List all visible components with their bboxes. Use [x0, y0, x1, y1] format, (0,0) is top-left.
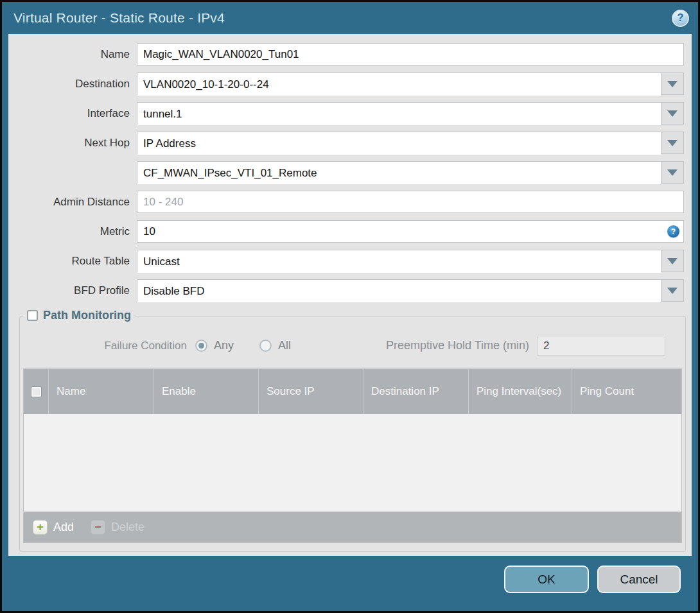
chevron-down-icon	[667, 140, 678, 146]
ok-button[interactable]: OK	[504, 566, 589, 593]
plus-icon: +	[33, 520, 48, 535]
next-hop-label: Next Hop	[8, 137, 137, 150]
path-monitoring-legend: Path Monitoring	[23, 309, 135, 322]
delete-button[interactable]: − Delete	[91, 520, 144, 535]
dialog-content: Name Destination Interface	[8, 34, 692, 556]
add-button-label: Add	[53, 521, 74, 534]
chevron-down-icon	[667, 110, 678, 117]
bfd-profile-dropdown-button[interactable]	[661, 280, 683, 301]
next-hop-row: Next Hop	[8, 132, 684, 154]
path-monitoring-section: Path Monitoring Failure Condition Any Al…	[19, 316, 686, 552]
path-monitoring-checkbox[interactable]	[27, 310, 38, 321]
dialog-titlebar: Virtual Router - Static Route - IPv4 ?	[2, 2, 698, 34]
route-table-combobox	[137, 250, 684, 272]
column-header-name: Name	[48, 369, 153, 414]
preemptive-hold-time-label: Preemptive Hold Time (min)	[386, 339, 537, 352]
table-header-row: Name Enable Source IP Destination IP Pin…	[24, 369, 681, 414]
minus-icon: −	[91, 520, 105, 535]
bfd-profile-row: BFD Profile	[8, 279, 684, 302]
chevron-down-icon	[667, 81, 678, 87]
bfd-profile-combobox	[137, 279, 684, 302]
interface-combobox	[137, 102, 684, 125]
bfd-profile-label: BFD Profile	[8, 284, 137, 297]
route-table-label: Route Table	[8, 255, 137, 268]
column-header-destination-ip: Destination IP	[363, 369, 468, 414]
interface-dropdown-button[interactable]	[661, 103, 683, 124]
failure-condition-any-option[interactable]: Any	[195, 339, 234, 352]
table-toolbar: + Add − Delete	[24, 512, 681, 542]
radio-any-label: Any	[214, 339, 234, 352]
next-hop-address-combobox	[137, 161, 684, 184]
next-hop-address-input[interactable]	[137, 162, 661, 184]
failure-condition-all-option[interactable]: All	[259, 339, 291, 352]
interface-row: Interface	[8, 102, 684, 125]
route-table-dropdown-button[interactable]	[661, 250, 683, 272]
admin-distance-row: Admin Distance	[8, 191, 684, 213]
chevron-down-icon	[667, 169, 678, 176]
admin-distance-label: Admin Distance	[8, 196, 137, 209]
radio-all-label: All	[278, 339, 291, 352]
next-hop-address-dropdown-button[interactable]	[661, 162, 683, 183]
name-input[interactable]	[137, 43, 684, 65]
next-hop-address-row	[8, 161, 684, 184]
column-header-source-ip: Source IP	[258, 369, 363, 414]
select-all-cell	[24, 369, 48, 414]
destination-row: Destination	[8, 73, 684, 95]
help-icon[interactable]: ?	[672, 10, 689, 27]
metric-label: Metric	[8, 225, 137, 238]
interface-label: Interface	[8, 107, 137, 120]
cancel-button[interactable]: Cancel	[597, 566, 681, 593]
destination-combobox	[137, 73, 684, 95]
destination-dropdown-button[interactable]	[661, 73, 683, 94]
delete-button-label: Delete	[111, 521, 144, 534]
dialog-footer: OK Cancel	[2, 556, 698, 611]
bfd-profile-input[interactable]	[137, 280, 661, 302]
metric-input[interactable]	[137, 220, 684, 243]
path-monitoring-table: Name Enable Source IP Destination IP Pin…	[23, 368, 682, 543]
add-button[interactable]: + Add	[33, 520, 74, 535]
name-label: Name	[8, 48, 137, 61]
route-table-row: Route Table	[8, 250, 684, 272]
table-body-empty	[24, 414, 681, 512]
column-header-enable: Enable	[153, 369, 258, 414]
select-all-checkbox[interactable]	[31, 386, 42, 397]
radio-all-icon	[259, 340, 272, 352]
failure-condition-row: Failure Condition Any All Preemptive Hol…	[23, 336, 682, 356]
column-header-ping-count: Ping Count	[572, 369, 681, 414]
path-monitoring-title: Path Monitoring	[43, 309, 131, 322]
admin-distance-input[interactable]	[137, 191, 684, 213]
chevron-down-icon	[667, 258, 678, 264]
failure-condition-label: Failure Condition	[23, 340, 195, 352]
dialog-title: Virtual Router - Static Route - IPv4	[13, 10, 225, 26]
next-hop-combobox	[137, 132, 684, 154]
static-route-dialog: Virtual Router - Static Route - IPv4 ? N…	[0, 0, 700, 613]
next-hop-dropdown-button[interactable]	[661, 132, 683, 153]
destination-input[interactable]	[137, 73, 661, 96]
destination-label: Destination	[8, 78, 137, 91]
metric-help-icon[interactable]: ?	[667, 225, 679, 237]
column-header-ping-interval: Ping Interval(sec)	[468, 369, 572, 414]
interface-input[interactable]	[137, 103, 661, 125]
next-hop-type-input[interactable]	[137, 132, 661, 155]
radio-any-icon	[195, 340, 207, 352]
metric-row: Metric ?	[8, 220, 684, 243]
chevron-down-icon	[667, 288, 678, 294]
route-table-input[interactable]	[137, 250, 661, 273]
preemptive-hold-time-input[interactable]	[537, 336, 665, 356]
name-row: Name	[8, 43, 684, 65]
